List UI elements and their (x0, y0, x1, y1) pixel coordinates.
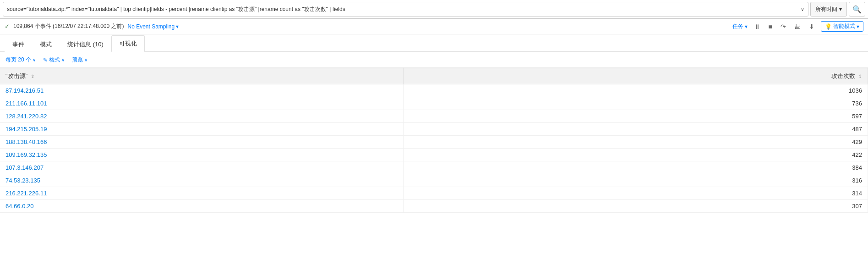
time-select-label: 所有时间 (815, 6, 837, 13)
tab-stats[interactable]: 统计信息 (10) (60, 36, 111, 52)
count-sort-icon[interactable]: ⇕ (858, 74, 862, 79)
status-bar: ✓ 109,864 个事件 (16/12/07 22:17:48.000 之前)… (0, 19, 868, 34)
no-event-sampling-chevron: ▾ (176, 23, 179, 30)
tab-visualization[interactable]: 可视化 (111, 35, 145, 52)
status-left: ✓ 109,864 个事件 (16/12/07 22:17:48.000 之前)… (5, 22, 179, 30)
time-select[interactable]: 所有时间 ▾ (810, 2, 847, 17)
smart-mode-label: 智能模式 (833, 22, 855, 30)
per-page-label: 每页 20 个 (5, 56, 31, 64)
status-right: 任务 ▾ ⏸ ■ ↷ 🖶 ⬇ 💡 智能模式 ▾ (732, 21, 863, 32)
check-icon: ✓ (5, 23, 10, 30)
data-table: "攻击源" ⇕ 攻击次数 ⇕ 87.194.216.511036211.166.… (0, 68, 868, 213)
cell-count: 384 (403, 161, 868, 174)
cell-count: 422 (403, 149, 868, 161)
table-row: 188.138.40.166429 (0, 136, 868, 149)
cell-count: 1036 (403, 84, 868, 97)
format-prefix-icon: ✎ (43, 57, 48, 63)
cell-count: 597 (403, 110, 868, 123)
no-event-sampling-label: No Event Sampling (127, 23, 175, 30)
time-chevron-icon: ▾ (839, 6, 842, 12)
table-row: 128.241.220.82597 (0, 110, 868, 123)
download-button[interactable]: ⬇ (807, 22, 816, 31)
table-row: 74.53.23.135316 (0, 174, 868, 187)
column-source-label: "攻击源" (5, 72, 27, 79)
print-button[interactable]: 🖶 (792, 22, 802, 31)
tab-events[interactable]: 事件 (5, 36, 32, 52)
format-chevron-icon: ∨ (61, 57, 65, 62)
per-page-button[interactable]: 每页 20 个 ∨ (5, 56, 36, 64)
toolbar: 每页 20 个 ∨ ✎ 格式 ∨ 预览 ∨ (0, 52, 868, 68)
search-bar: source="tutorialdata.zip:*" index="tutor… (0, 0, 868, 19)
cell-ip[interactable]: 194.215.205.19 (0, 123, 403, 136)
cell-ip[interactable]: 188.138.40.166 (0, 136, 403, 149)
preview-chevron-icon: ∨ (84, 57, 87, 62)
cell-ip[interactable]: 216.221.226.11 (0, 187, 403, 200)
search-input-wrap[interactable]: source="tutorialdata.zip:*" index="tutor… (3, 2, 808, 17)
tab-patterns[interactable]: 模式 (32, 36, 60, 52)
table-row: 87.194.216.511036 (0, 84, 868, 97)
search-icon: 🔍 (852, 5, 862, 14)
search-chevron-icon[interactable]: ∨ (801, 6, 804, 12)
task-label: 任务 (732, 22, 743, 30)
table-row: 216.221.226.11314 (0, 187, 868, 200)
column-source[interactable]: "攻击源" ⇕ (0, 68, 403, 84)
cell-ip[interactable]: 109.169.32.135 (0, 149, 403, 161)
no-event-sampling-button[interactable]: No Event Sampling ▾ (127, 23, 179, 30)
task-button[interactable]: 任务 ▾ (732, 22, 748, 30)
cell-ip[interactable]: 64.66.0.20 (0, 200, 403, 213)
table-row: 107.3.146.207384 (0, 161, 868, 174)
cell-ip[interactable]: 87.194.216.51 (0, 84, 403, 97)
cell-ip[interactable]: 107.3.146.207 (0, 161, 403, 174)
cell-ip[interactable]: 211.166.11.101 (0, 97, 403, 110)
per-page-chevron-icon: ∨ (33, 57, 36, 62)
table-body: 87.194.216.511036211.166.11.101736128.24… (0, 84, 868, 213)
smart-mode-icon: 💡 (825, 23, 832, 30)
cell-count: 307 (403, 200, 868, 213)
cell-count: 429 (403, 136, 868, 149)
table-row: 64.66.0.20307 (0, 200, 868, 213)
search-query: source="tutorialdata.zip:*" index="tutor… (7, 6, 799, 13)
preview-button[interactable]: 预览 ∨ (72, 56, 87, 64)
smart-mode-button[interactable]: 💡 智能模式 ▾ (821, 21, 863, 32)
source-sort-icon[interactable]: ⇕ (31, 74, 34, 79)
task-chevron-icon: ▾ (745, 23, 748, 30)
column-count[interactable]: 攻击次数 ⇕ (403, 68, 868, 84)
pause-button[interactable]: ⏸ (752, 22, 762, 31)
table-row: 109.169.32.135422 (0, 149, 868, 161)
preview-label: 预览 (72, 56, 83, 64)
cell-count: 736 (403, 97, 868, 110)
stop-button[interactable]: ■ (767, 22, 774, 31)
cell-count: 487 (403, 123, 868, 136)
event-count: 109,864 个事件 (16/12/07 22:17:48.000 之前) (13, 22, 124, 30)
table-row: 211.166.11.101736 (0, 97, 868, 110)
format-label: 格式 (49, 56, 60, 64)
cell-count: 314 (403, 187, 868, 200)
search-button[interactable]: 🔍 (849, 2, 865, 17)
cell-ip[interactable]: 128.241.220.82 (0, 110, 403, 123)
cell-ip[interactable]: 74.53.23.135 (0, 174, 403, 187)
table-row: 194.215.205.19487 (0, 123, 868, 136)
smart-mode-chevron: ▾ (857, 23, 859, 30)
column-count-label: 攻击次数 (831, 72, 855, 79)
tabs: 事件 模式 统计信息 (10) 可视化 (0, 34, 868, 52)
share-button[interactable]: ↷ (779, 22, 788, 31)
format-button[interactable]: ✎ 格式 ∨ (43, 56, 65, 64)
table-header: "攻击源" ⇕ 攻击次数 ⇕ (0, 68, 868, 84)
cell-count: 316 (403, 174, 868, 187)
